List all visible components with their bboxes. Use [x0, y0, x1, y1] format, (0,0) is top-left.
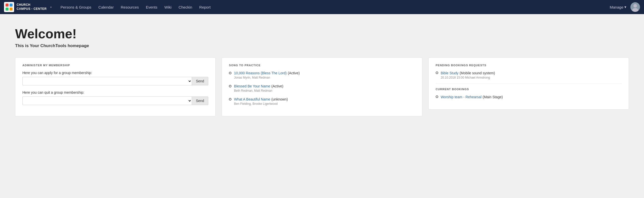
quit-label: Here you can quit a group membership: — [22, 90, 208, 94]
song-status-2: (Active) — [271, 84, 283, 88]
pending-booking-meta-1: 20.10.2018 15:00 Michael Armstrong — [441, 76, 495, 79]
current-booking-link-1[interactable]: Worship team - Rehearsal — [441, 95, 481, 99]
pending-booking-detail-1: (Mobile sound system) — [460, 71, 495, 75]
top-navigation: CHURCH CAMPUS - CENTER ▾ Persons & Group… — [0, 0, 644, 14]
brand-text: CHURCH CAMPUS - CENTER — [17, 3, 47, 11]
svg-rect-2 — [6, 8, 9, 11]
logo — [4, 2, 14, 12]
song-list: 10,000 Reasons (Bless The Lord) (Active)… — [229, 71, 415, 106]
cards-row: ADMINISTER MY MEMBERSHIP Here you can ap… — [15, 57, 629, 116]
list-item: Worship team - Rehearsal (Main Stage) — [436, 95, 622, 99]
apply-send-button[interactable]: Send — [192, 77, 209, 85]
bullet-icon — [229, 98, 231, 101]
list-item: Bible Study (Mobile sound system) 20.10.… — [436, 71, 622, 79]
current-booking-detail-1: (Main Stage) — [482, 95, 503, 99]
bullet-icon — [436, 72, 438, 74]
song-content-3: What A Beautiful Name (unknown) Ben Fiel… — [234, 97, 288, 106]
svg-rect-1 — [10, 4, 13, 7]
card-divider — [436, 83, 622, 84]
bullet-icon — [436, 95, 438, 98]
song-content-2: Blessed Be Your Name (Active) Beth Redma… — [234, 84, 283, 92]
current-booking-list: Worship team - Rehearsal (Main Stage) — [436, 95, 622, 99]
nav-links: Persons & Groups Calendar Resources Even… — [58, 4, 610, 11]
manage-chevron-icon: ▾ — [624, 5, 626, 9]
svg-point-5 — [633, 4, 637, 8]
bullet-icon — [229, 72, 231, 74]
song-authors-2: Beth Redman, Matt Redman — [234, 89, 283, 92]
list-item: 10,000 Reasons (Bless The Lord) (Active)… — [229, 71, 415, 79]
bookings-card: PENDING BOOKINGS REQUESTS Bible Study (M… — [428, 57, 629, 110]
nav-persons-groups[interactable]: Persons & Groups — [58, 4, 95, 11]
svg-rect-0 — [6, 4, 9, 7]
list-item: What A Beautiful Name (unknown) Ben Fiel… — [229, 97, 415, 106]
nav-right: Manage ▾ — [610, 2, 640, 12]
welcome-subtitle: This is Your ChurchTools homepage — [15, 43, 629, 48]
nav-resources[interactable]: Resources — [118, 4, 142, 11]
songs-card: SONG TO PRACTICE 10,000 Reasons (Bless T… — [222, 57, 422, 116]
song-link-1[interactable]: 10,000 Reasons (Bless The Lord) — [234, 71, 287, 75]
pending-booking-content-1: Bible Study (Mobile sound system) 20.10.… — [441, 71, 495, 79]
brand[interactable]: CHURCH CAMPUS - CENTER ▾ — [4, 2, 52, 12]
apply-select[interactable] — [22, 77, 192, 85]
song-content-1: 10,000 Reasons (Bless The Lord) (Active)… — [234, 71, 300, 79]
song-authors-3: Ben Fielding, Brooke Ligertwood — [234, 102, 288, 106]
welcome-title: Welcome! — [15, 26, 629, 41]
nav-events[interactable]: Events — [143, 4, 160, 11]
membership-card: ADMINISTER MY MEMBERSHIP Here you can ap… — [15, 57, 216, 116]
current-bookings-title: CURRENT BOOKINGS — [436, 88, 622, 91]
list-item: Blessed Be Your Name (Active) Beth Redma… — [229, 84, 415, 92]
nav-report[interactable]: Report — [196, 4, 214, 11]
quit-select[interactable] — [22, 96, 192, 105]
quit-send-button[interactable]: Send — [192, 96, 209, 105]
song-link-2[interactable]: Blessed Be Your Name — [234, 84, 270, 88]
svg-rect-3 — [10, 8, 13, 11]
song-link-3[interactable]: What A Beautiful Name — [234, 97, 270, 101]
quit-row: Send — [22, 96, 208, 105]
songs-card-title: SONG TO PRACTICE — [229, 64, 415, 67]
brand-chevron-icon: ▾ — [50, 6, 52, 9]
current-booking-content-1: Worship team - Rehearsal (Main Stage) — [441, 95, 503, 99]
song-authors-1: Jonas Myrin, Matt Redman — [234, 76, 300, 79]
nav-wiki[interactable]: Wiki — [162, 4, 175, 11]
song-status-3: (unknown) — [271, 97, 288, 101]
user-avatar[interactable] — [630, 2, 640, 12]
apply-row: Send — [22, 77, 208, 85]
pending-bookings-title: PENDING BOOKINGS REQUESTS — [436, 64, 622, 67]
manage-button[interactable]: Manage ▾ — [610, 5, 626, 9]
apply-label: Here you can apply for a group membershi… — [22, 71, 208, 75]
nav-checkin[interactable]: Checkin — [176, 4, 195, 11]
song-status-1: (Active) — [288, 71, 300, 75]
pending-booking-link-1[interactable]: Bible Study — [441, 71, 459, 75]
membership-card-title: ADMINISTER MY MEMBERSHIP — [22, 64, 208, 67]
nav-calendar[interactable]: Calendar — [95, 4, 117, 11]
main-content: Welcome! This is Your ChurchTools homepa… — [0, 14, 644, 126]
bullet-icon — [229, 85, 231, 87]
pending-booking-list: Bible Study (Mobile sound system) 20.10.… — [436, 71, 622, 79]
